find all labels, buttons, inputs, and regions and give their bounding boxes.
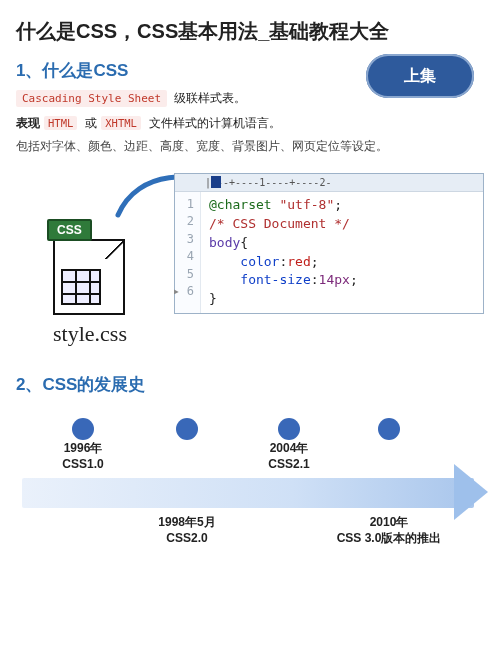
illustration-row: CSS style.css |---+----1----+----2- 1 2 … (16, 173, 484, 347)
gutter-line: 2 (175, 213, 194, 230)
timeline-bar (22, 478, 474, 508)
sep-or: 或 (85, 115, 97, 132)
timeline-dot (72, 418, 94, 440)
gutter-line: 1 (175, 196, 194, 213)
timeline-label: 1996年CSS1.0 (28, 440, 138, 472)
css-file-icon: CSS (47, 211, 133, 315)
chip-xhtml: XHTML (101, 116, 141, 130)
file-name-label: style.css (53, 321, 127, 347)
definition-row-2: 表现 HTML 或 XHTML 文件样式的计算机语言。 (16, 115, 484, 132)
gutter-line: 3 (175, 231, 194, 248)
timeline-dot (278, 418, 300, 440)
gutter-line: ▸6 (175, 283, 194, 300)
section-2-heading: 2、CSS的发展史 (16, 373, 484, 396)
timeline-dot (378, 418, 400, 440)
presents-suffix: 文件样式的计算机语言。 (149, 115, 281, 132)
editor-code: @charset "utf-8"; /* CSS Document */ bod… (201, 192, 366, 313)
timeline-label: 1998年5月CSS2.0 (132, 514, 242, 546)
ruler-cursor-icon (211, 176, 221, 188)
gutter-line: 5 (175, 266, 194, 283)
page-title: 什么是CSS，CSS基本用法_基础教程大全 (16, 18, 484, 45)
timeline-label: 2010年CSS 3.0版本的推出 (334, 514, 444, 546)
css-tag-label: CSS (47, 219, 92, 241)
editor-gutter: 1 2 3 4 5 ▸6 (175, 192, 201, 313)
timeline-dot (176, 418, 198, 440)
editor-ruler: |---+----1----+----2- (175, 174, 483, 192)
episode-badge: 上集 (366, 54, 474, 98)
timeline-arrowhead-icon (454, 464, 488, 520)
ruler-text: |---+----1----+----2- (205, 177, 331, 188)
timeline: 1996年CSS1.01998年5月CSS2.02004年CSS2.12010年… (16, 414, 484, 564)
code-editor: |---+----1----+----2- 1 2 3 4 5 ▸6 @char… (174, 173, 484, 314)
chip-html: HTML (44, 116, 77, 130)
timeline-label: 2004年CSS2.1 (234, 440, 344, 472)
definition-suffix: 级联样式表。 (174, 91, 246, 105)
presents-prefix: 表现 (16, 115, 40, 132)
chip-cascading: Cascading Style Sheet (16, 90, 167, 107)
gutter-line: 4 (175, 248, 194, 265)
definition-includes: 包括对字体、颜色、边距、高度、宽度、背景图片、网页定位等设定。 (16, 138, 484, 155)
